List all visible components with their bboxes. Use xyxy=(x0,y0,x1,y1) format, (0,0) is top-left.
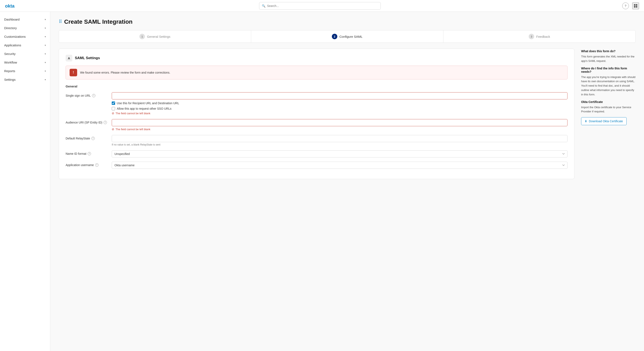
help-button[interactable]: ? xyxy=(622,2,629,9)
audience-uri-error: ⊘ The field cannot be left blank xyxy=(112,128,568,131)
sidebar-item-settings[interactable]: Settings ▾ xyxy=(0,75,50,84)
nav-icons: ? xyxy=(622,2,639,9)
svg-rect-4 xyxy=(636,6,637,8)
wizard-steps: 1 General Settings 2 Configure SAML 3 Fe… xyxy=(59,30,636,43)
help-cert-heading: Okta Certificate xyxy=(581,100,636,104)
recipient-url-checkbox[interactable] xyxy=(112,102,115,105)
sso-url-field-col: Use this for Recipient URL and Destinati… xyxy=(112,92,568,115)
svg-rect-1 xyxy=(634,4,636,6)
main-content: ⠿ Create SAML Integration 1 General Sett… xyxy=(50,12,644,351)
app-username-help-icon[interactable]: ? xyxy=(95,163,98,167)
chevron-down-icon: ▾ xyxy=(45,27,46,30)
sidebar-item-dashboard[interactable]: Dashboard ▾ xyxy=(0,15,50,24)
chevron-down-icon: ▾ xyxy=(45,35,46,38)
grid-icon xyxy=(634,4,638,8)
other-sso-label: Allow this app to request other SSO URLs xyxy=(117,107,172,110)
general-heading: General xyxy=(66,84,568,88)
error-banner: ! We found some errors. Please review th… xyxy=(66,66,568,80)
section-header: A SAML Settings xyxy=(66,55,568,62)
sidebar-item-customizations[interactable]: Customizations ▾ xyxy=(0,32,50,41)
help-panel: What does this form do? This form genera… xyxy=(581,49,636,125)
chevron-down-icon: ▾ xyxy=(45,18,46,21)
search-icon: 🔍 xyxy=(262,4,266,8)
audience-uri-field-col: ⊘ The field cannot be left blank xyxy=(112,119,568,131)
step-label-2: Configure SAML xyxy=(340,35,362,38)
name-id-format-row: Name ID format ? Unspecified EmailAddres… xyxy=(66,150,568,158)
step-number-2: 2 xyxy=(332,34,337,39)
sso-url-input[interactable] xyxy=(112,92,568,100)
okta-logo: okta xyxy=(5,3,18,8)
top-nav: okta 🔍 ? xyxy=(0,0,644,12)
relay-state-help-icon[interactable]: ? xyxy=(92,137,95,140)
saml-icon: ⠿ xyxy=(59,19,62,24)
help-what-heading: What does this form do? xyxy=(581,50,636,53)
relay-state-input[interactable] xyxy=(112,135,568,142)
step-label-1: General Settings xyxy=(147,35,170,38)
search-bar[interactable]: 🔍 xyxy=(259,2,381,10)
relay-state-row: Default RelayState ? If no value is set,… xyxy=(66,135,568,146)
help-cert-text: Import the Okta certificate to your Serv… xyxy=(581,105,636,114)
page-title-row: ⠿ Create SAML Integration xyxy=(59,18,636,25)
section-title: SAML Settings xyxy=(75,56,100,60)
app-username-row: Application username ? Okta username Ema… xyxy=(66,162,568,169)
recipient-url-checkbox-row: Use this for Recipient URL and Destinati… xyxy=(112,102,568,105)
svg-text:okta: okta xyxy=(5,3,15,8)
chevron-down-icon: ▾ xyxy=(45,70,46,72)
name-id-format-help-icon[interactable]: ? xyxy=(88,152,91,155)
other-sso-checkbox-row: Allow this app to request other SSO URLs xyxy=(112,107,568,110)
recipient-url-label: Use this for Recipient URL and Destinati… xyxy=(117,102,179,105)
audience-uri-input[interactable] xyxy=(112,119,568,126)
step-number-3: 3 xyxy=(529,34,534,39)
wizard-step-general[interactable]: 1 General Settings xyxy=(59,30,251,42)
audience-uri-help-icon[interactable]: ? xyxy=(104,121,107,124)
download-certificate-button[interactable]: ⬇ Download Okta Certificate xyxy=(581,117,626,125)
search-input[interactable] xyxy=(267,4,378,8)
section-letter: A xyxy=(66,55,72,62)
name-id-format-field-col: Unspecified EmailAddress X509SubjectName… xyxy=(112,150,568,158)
step-label-3: Feedback xyxy=(536,35,550,38)
chevron-down-icon: ▾ xyxy=(45,52,46,55)
help-where-text: The app you're trying to integrate with … xyxy=(581,75,636,97)
app-username-field-col: Okta username Email Custom xyxy=(112,162,568,169)
layout: Dashboard ▾ Directory ▾ Customizations ▾… xyxy=(0,12,644,351)
chevron-down-icon: ▾ xyxy=(45,44,46,47)
audience-uri-row: Audience URI (SP Entity ID) ? ⊘ The fiel… xyxy=(66,119,568,131)
name-id-format-label: Name ID format ? xyxy=(66,150,108,155)
sidebar-item-workflow[interactable]: Workflow ▾ xyxy=(0,58,50,67)
sso-url-error-icon: ⊘ xyxy=(112,112,114,115)
svg-rect-3 xyxy=(634,6,636,8)
form-help-row: A SAML Settings ! We found some errors. … xyxy=(59,49,636,179)
form-card: A SAML Settings ! We found some errors. … xyxy=(59,49,574,179)
app-username-label: Application username ? xyxy=(66,162,108,167)
error-message-text: We found some errors. Please review the … xyxy=(80,71,170,74)
page-title: Create SAML Integration xyxy=(64,18,132,25)
sso-url-row: Single sign on URL ? Use this for Recipi… xyxy=(66,92,568,115)
chevron-down-icon: ▾ xyxy=(45,78,46,81)
sso-url-help-icon[interactable]: ? xyxy=(92,94,96,97)
sidebar-item-applications[interactable]: Applications ▾ xyxy=(0,41,50,50)
help-icon: ? xyxy=(625,4,626,8)
sidebar-item-security[interactable]: Security ▾ xyxy=(0,50,50,58)
app-username-select[interactable]: Okta username Email Custom xyxy=(112,162,568,169)
sidebar-item-reports[interactable]: Reports ▾ xyxy=(0,67,50,75)
sidebar: Dashboard ▾ Directory ▾ Customizations ▾… xyxy=(0,12,50,351)
name-id-format-select[interactable]: Unspecified EmailAddress X509SubjectName… xyxy=(112,150,568,158)
relay-state-hint: If no value is set, a blank RelayState i… xyxy=(112,143,568,146)
audience-uri-error-icon: ⊘ xyxy=(112,128,114,131)
download-icon: ⬇ xyxy=(585,120,587,123)
error-icon: ! xyxy=(70,69,77,76)
chevron-down-icon: ▾ xyxy=(45,61,46,64)
other-sso-checkbox[interactable] xyxy=(112,107,115,110)
wizard-step-feedback[interactable]: 3 Feedback xyxy=(444,30,636,42)
svg-rect-2 xyxy=(636,4,637,6)
relay-state-label: Default RelayState ? xyxy=(66,135,108,140)
download-label: Download Okta Certificate xyxy=(589,120,623,123)
sidebar-item-directory[interactable]: Directory ▾ xyxy=(0,24,50,32)
help-what-text: This form generates the XML needed for t… xyxy=(581,54,636,63)
sso-url-label: Single sign on URL ? xyxy=(66,92,108,97)
grid-button[interactable] xyxy=(632,2,639,9)
sso-url-error: ⊘ The field cannot be left blank xyxy=(112,112,568,115)
wizard-step-configure[interactable]: 2 Configure SAML xyxy=(251,30,444,42)
relay-state-field-col: If no value is set, a blank RelayState i… xyxy=(112,135,568,146)
step-number-1: 1 xyxy=(140,34,145,39)
